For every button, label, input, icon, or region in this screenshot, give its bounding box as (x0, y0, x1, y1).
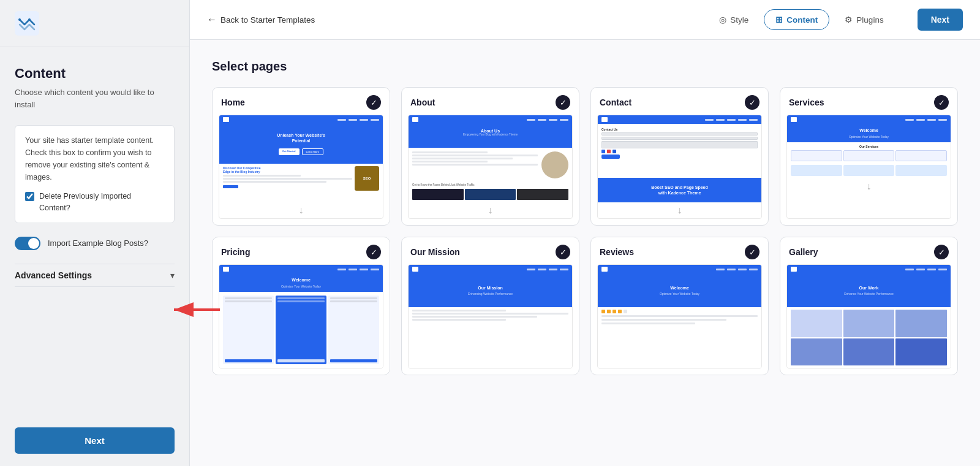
check-home: ✓ (366, 95, 381, 110)
mini-price-line-3 (277, 297, 325, 299)
star-2 (607, 310, 611, 313)
pages-grid: Home ✓ Unleash Your Website'sPotential (212, 87, 958, 375)
mini-nav-links-services (905, 119, 947, 121)
mini-gallery-hero: Our Work Enhance Your Website Performanc… (787, 273, 951, 307)
mini-contact-body: Contact Us (598, 124, 761, 178)
select-pages-title: Select pages (212, 59, 958, 74)
page-title-our-mission: Our Mission (410, 247, 460, 257)
delete-content-checkbox[interactable] (25, 192, 34, 201)
mini-photo-3 (517, 189, 568, 200)
mini-nav-links-about (527, 119, 568, 121)
mini-m-line-1 (412, 310, 506, 311)
advanced-settings-row[interactable]: Advanced Settings ▾ (15, 264, 175, 287)
sidebar: Content Choose which content you would l… (0, 0, 190, 466)
mini-reviews-sub: Optimize Your Website Today (660, 292, 699, 296)
mini-price-line-5 (330, 297, 377, 299)
mini-pricing-body (219, 292, 383, 368)
tab-plugins[interactable]: ⚙ Plugins (833, 9, 895, 30)
mini-logo-reviews (601, 267, 608, 272)
sidebar-logo-area (0, 0, 189, 47)
sidebar-description: Choose which content you would like to i… (15, 86, 175, 110)
mini-logo-gallery (791, 267, 797, 272)
page-card-our-mission[interactable]: Our Mission ✓ Our Mission Enhanc (401, 237, 579, 375)
page-card-contact[interactable]: Contact ✓ Contact Us (590, 87, 769, 226)
mini-price-line-4 (277, 300, 325, 302)
page-card-header-pricing: Pricing ✓ (213, 237, 390, 264)
mini-know-faces: Get to Know the Faces Behind Just Websit… (409, 182, 572, 188)
scroll-down-home: ↓ (219, 202, 383, 218)
page-preview-our-mission: Our Mission Enhancing Website Performanc… (408, 264, 573, 369)
mini-social-icons (601, 150, 758, 153)
mini-line-1 (223, 175, 301, 177)
mini-line-a4 (412, 161, 488, 162)
tab-content[interactable]: ⊞ Content (764, 9, 829, 30)
page-card-reviews[interactable]: Reviews ✓ Welcome Optimize Your (590, 237, 769, 375)
mini-gallery-body (787, 307, 951, 368)
page-preview-services: Welcome Optimize Your Website Today Our … (786, 115, 951, 219)
mini-logo-pricing (223, 267, 229, 272)
mini-line-2 (223, 178, 352, 180)
back-link-label: Back to Starter Templates (221, 15, 315, 25)
mini-m-line-2 (412, 313, 568, 315)
mini-nav-links-home (337, 119, 379, 121)
sidebar-next-button[interactable]: Next (15, 427, 175, 454)
scroll-down-contact: ↓ (598, 202, 761, 218)
blog-posts-toggle[interactable] (15, 237, 40, 250)
mini-nav-links-pricing (337, 269, 379, 270)
mini-srv-4 (791, 165, 842, 176)
back-to-starter-templates-link[interactable]: ← Back to Starter Templates (207, 14, 315, 25)
mini-seo-img: SEO (355, 166, 379, 191)
mini-line-a1 (412, 151, 488, 153)
mini-srv-2 (843, 150, 895, 161)
mini-nav-gallery (787, 265, 951, 273)
mini-send-btn (601, 155, 620, 159)
mini-price-line-2 (225, 300, 272, 302)
toggle-label: Import Example Blog Posts? (48, 239, 148, 248)
content-scroll-area[interactable]: Select pages Home ✓ (190, 40, 980, 466)
check-contact: ✓ (745, 95, 760, 110)
mini-services-grid-bottom (787, 164, 951, 178)
mini-mission-sub: Enhancing Website Performance (468, 292, 513, 296)
mini-srv-3 (895, 150, 947, 161)
page-card-about[interactable]: About ✓ About Us Empowering Your (401, 87, 579, 226)
mini-nav-reviews (598, 265, 761, 273)
mini-gallery-sub: Enhance Your Website Performance (844, 292, 894, 296)
mini-review-stars (601, 310, 758, 313)
mini-services-grid-top (791, 150, 947, 161)
check-services: ✓ (934, 95, 949, 110)
mini-nav-contact (598, 115, 761, 124)
plugins-tab-icon: ⚙ (845, 15, 853, 25)
mini-srv-5 (843, 165, 895, 176)
page-card-home[interactable]: Home ✓ Unleash Your Website'sPotential (212, 87, 390, 226)
page-title-home: Home (221, 97, 245, 107)
svg-rect-0 (15, 11, 39, 36)
topbar-next-button[interactable]: Next (918, 9, 963, 31)
page-card-gallery[interactable]: Gallery ✓ Our Work Enhance Your (780, 237, 958, 375)
mini-logo-mission (412, 267, 418, 272)
check-gallery: ✓ (934, 245, 949, 259)
page-card-header-services: Services ✓ (780, 88, 957, 115)
mini-nav-services (787, 115, 951, 124)
main-content-area: ← Back to Starter Templates ◎ Style ⊞ Co… (190, 0, 980, 466)
mini-reviews-title: Welcome (670, 285, 689, 291)
mini-pricing-col-3 (328, 296, 379, 364)
mini-line-3 (223, 181, 326, 183)
mini-btn-1-home: Get Started (279, 148, 300, 155)
mini-nav-about (409, 115, 572, 124)
mini-btn-2-home: Learn More (302, 148, 324, 155)
mini-line-a5 (412, 164, 538, 166)
tab-style[interactable]: ◎ Style (707, 9, 760, 30)
mini-mission-title: Our Mission (478, 285, 502, 291)
check-reviews: ✓ (745, 245, 760, 259)
scroll-down-services: ↓ (787, 178, 951, 194)
topbar: ← Back to Starter Templates ◎ Style ⊞ Co… (190, 0, 980, 40)
mini-our-services-label: Our Services (791, 145, 947, 148)
mini-social-3 (612, 150, 616, 153)
mini-hero-title-home: Unleash Your Website'sPotential (277, 132, 325, 143)
mini-pricing-col-2-featured (276, 296, 326, 364)
mini-about-hero-title: About Us (412, 129, 568, 133)
blog-posts-toggle-row: Import Example Blog Posts? (15, 237, 175, 250)
svg-point-2 (28, 18, 31, 21)
page-card-pricing[interactable]: Pricing ✓ Welcome Optimize Your (212, 237, 390, 375)
page-card-services[interactable]: Services ✓ Welcome Optimize Your (780, 87, 958, 226)
